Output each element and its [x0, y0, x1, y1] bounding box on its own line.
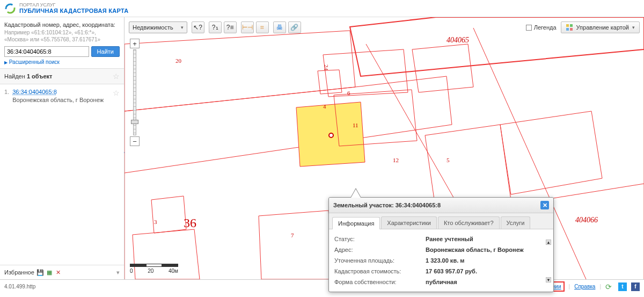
- zoom-slider[interactable]: [133, 49, 136, 135]
- chevron-down-icon: ▾: [632, 25, 635, 30]
- parcel-label: 12: [393, 157, 399, 163]
- chevron-right-icon: ▶: [4, 60, 8, 65]
- save-icon[interactable]: 💾: [36, 269, 44, 276]
- parcel-popup: Земельный участок: 36:34:0404065:8 ✕ Инф…: [328, 197, 554, 292]
- link-icon[interactable]: 🔗: [288, 21, 301, 33]
- sidebar: Кадастровый номер, адрес, координата: На…: [0, 17, 125, 279]
- info-tool-icon[interactable]: ?₁: [209, 21, 222, 33]
- zoom-handle[interactable]: [131, 120, 138, 124]
- search-input[interactable]: [4, 46, 89, 57]
- block-label: 404066: [575, 216, 598, 224]
- logo-title: ПУБЛИЧНАЯ КАДАСТРОВАЯ КАРТА: [19, 8, 129, 14]
- tab-info[interactable]: Информация: [332, 217, 380, 229]
- scroll-up-icon[interactable]: ▲: [546, 240, 551, 245]
- scale-bar: 0 20 40м: [130, 264, 178, 274]
- footer-link-help[interactable]: Справка: [574, 284, 595, 289]
- svg-point-2: [329, 133, 333, 137]
- measure-length-icon[interactable]: ⊢⊣: [241, 21, 254, 33]
- pointer-tool-icon[interactable]: ↖?: [192, 21, 204, 33]
- tab-service[interactable]: Кто обслуживает?: [438, 216, 500, 229]
- result-item[interactable]: 1. 36:34:0404065:8 Воронежская область, …: [4, 89, 120, 103]
- chevron-down-icon[interactable]: ▾: [116, 269, 120, 276]
- close-icon[interactable]: ✕: [540, 201, 549, 209]
- favorites-label: Избранное: [4, 269, 34, 276]
- parcel-label: 24: [323, 64, 330, 70]
- search-hint: Например «61:6:10104:12», «61:6:*», «Мос…: [4, 29, 120, 43]
- results-list: 1. 36:34:0404065:8 Воронежская область, …: [0, 84, 124, 265]
- legend-toggle[interactable]: Легенда: [526, 24, 557, 31]
- logo-subtitle: ПОРТАЛ УСЛУГ: [19, 3, 129, 8]
- info-list-tool-icon[interactable]: ?≡: [224, 21, 237, 33]
- delete-icon[interactable]: ✕: [55, 269, 62, 276]
- layers-icon: [566, 24, 573, 31]
- results-header: Найден 1 объект ☆: [0, 69, 124, 84]
- parcel-label: 11: [353, 122, 358, 128]
- checkbox-icon: [526, 25, 532, 31]
- district-label: 36: [184, 216, 196, 230]
- search-label: Кадастровый номер, адрес, координата:: [4, 21, 120, 28]
- advanced-search-link[interactable]: Расширенный поиск: [9, 59, 60, 65]
- popup-tabs: Информация Характеристики Кто обслуживае…: [329, 213, 553, 229]
- popup-pointer-icon: [350, 188, 361, 198]
- parcel-label: 5: [447, 157, 450, 163]
- twitter-icon[interactable]: t: [618, 282, 627, 291]
- zoom-out-button[interactable]: −: [130, 136, 140, 146]
- map-viewport[interactable]: 36 404065 404066 34 20 3 4 24 6 11 7 12 …: [125, 17, 644, 279]
- search-button[interactable]: Найти: [91, 46, 120, 57]
- svg-rect-6: [570, 28, 573, 31]
- chevron-down-icon: ▾: [181, 25, 184, 30]
- map-toolbar: Недвижимость ▾ ↖? ?₁ ?≡ ⊢⊣ ⌗ 🖶 🔗 Легенда: [129, 21, 640, 33]
- svg-rect-3: [566, 24, 569, 27]
- result-address: Воронежская область, г Воронеж: [12, 97, 109, 103]
- result-number: 1.: [4, 89, 9, 103]
- popup-body[interactable]: Статус:Ранее учтенный Адрес:Воронежская …: [329, 229, 553, 292]
- popup-title: Земельный участок: 36:34:0404065:8: [333, 202, 441, 208]
- logo[interactable]: ПОРТАЛ УСЛУГ ПУБЛИЧНАЯ КАДАСТРОВАЯ КАРТА: [4, 3, 129, 15]
- favorites-bar: Избранное 💾 ▦ ✕ ▾: [0, 265, 124, 279]
- parcel-label: 7: [291, 232, 294, 238]
- scroll-down-icon[interactable]: ▼: [546, 277, 551, 282]
- zoom-in-button[interactable]: +: [130, 39, 140, 48]
- svg-rect-4: [570, 24, 573, 27]
- app-header: ПОРТАЛ УСЛУГ ПУБЛИЧНАЯ КАДАСТРОВАЯ КАРТА: [0, 0, 644, 17]
- facebook-icon[interactable]: f: [631, 282, 640, 291]
- result-link[interactable]: 36:34:0404065:8: [12, 89, 57, 95]
- layers-button[interactable]: Управление картой ▾: [561, 21, 640, 33]
- export-excel-icon[interactable]: ▦: [46, 269, 53, 276]
- refresh-icon[interactable]: ⟳: [605, 282, 612, 291]
- tab-characteristics[interactable]: Характеристики: [381, 216, 437, 229]
- svg-rect-5: [566, 28, 569, 31]
- zoom-control: + −: [130, 39, 140, 146]
- layer-dropdown[interactable]: Недвижимость ▾: [129, 21, 187, 33]
- block-label: 404065: [447, 36, 469, 45]
- search-panel: Кадастровый номер, адрес, координата: На…: [0, 17, 124, 69]
- measure-area-icon[interactable]: ⌗: [256, 21, 269, 33]
- tab-services[interactable]: Услуги: [501, 216, 531, 229]
- parcel-label: 3: [154, 219, 157, 225]
- logo-icon: [4, 3, 16, 15]
- star-icon[interactable]: ☆: [113, 72, 120, 81]
- parcel-label: 4: [323, 103, 326, 110]
- parcel-label: 20: [175, 57, 181, 64]
- parcel-label: 6: [347, 90, 350, 96]
- version-label: 4.01.499.http: [4, 284, 35, 289]
- star-icon[interactable]: ☆: [113, 89, 120, 103]
- print-icon[interactable]: 🖶: [273, 21, 286, 33]
